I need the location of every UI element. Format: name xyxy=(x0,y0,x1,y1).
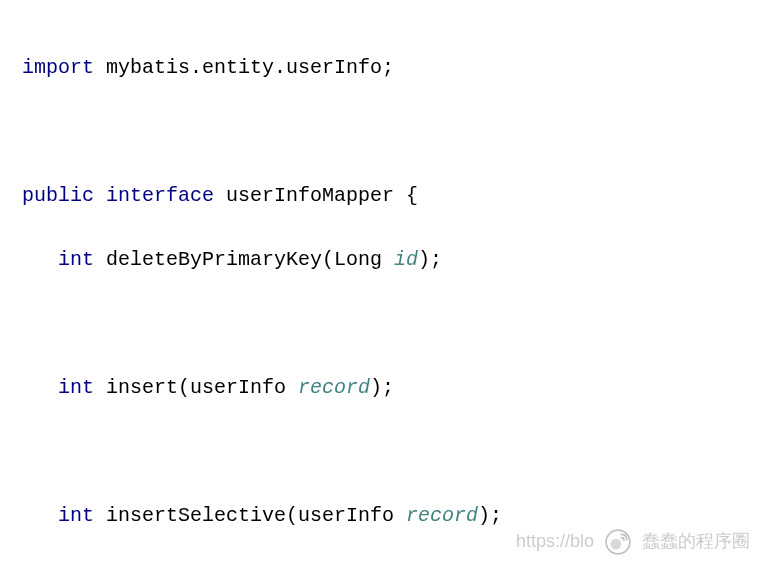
return-type: int xyxy=(58,248,94,271)
code-line xyxy=(22,308,746,340)
text xyxy=(94,184,106,207)
param-type: Long xyxy=(334,248,382,271)
text: ); xyxy=(418,248,442,271)
code-line xyxy=(22,564,746,570)
method-name: deleteByPrimaryKey( xyxy=(94,248,334,271)
keyword-public: public xyxy=(22,184,94,207)
watermark: https://blo 蠢蠢的程序圈 xyxy=(516,527,750,556)
svg-point-1 xyxy=(610,538,621,549)
param-name: record xyxy=(406,504,478,527)
text: { xyxy=(406,184,418,207)
weibo-icon xyxy=(604,528,632,556)
param-type: userInfo xyxy=(190,376,286,399)
method-name: insert( xyxy=(94,376,190,399)
keyword-interface: interface xyxy=(106,184,214,207)
text: ; xyxy=(382,56,394,79)
text xyxy=(394,504,406,527)
import-path: mybatis.entity.userInfo xyxy=(106,56,382,79)
code-line xyxy=(22,436,746,468)
text: ); xyxy=(370,376,394,399)
code-line: import mybatis.entity.userInfo; xyxy=(22,52,746,84)
return-type: int xyxy=(58,504,94,527)
code-line xyxy=(22,116,746,148)
watermark-prefix: https://blo xyxy=(516,527,594,556)
param-name: id xyxy=(394,248,418,271)
code-line: public interface userInfoMapper { xyxy=(22,180,746,212)
interface-name: userInfoMapper xyxy=(214,184,406,207)
text xyxy=(286,376,298,399)
text xyxy=(94,56,106,79)
code-line: int insert(userInfo record); xyxy=(22,372,746,404)
watermark-text: 蠢蠢的程序圈 xyxy=(642,527,750,556)
code-editor: import mybatis.entity.userInfo; public i… xyxy=(0,0,768,570)
keyword-import: import xyxy=(22,56,94,79)
return-type: int xyxy=(58,376,94,399)
method-name: insertSelective( xyxy=(94,504,298,527)
code-line: int deleteByPrimaryKey(Long id); xyxy=(22,244,746,276)
param-type: userInfo xyxy=(298,504,394,527)
param-name: record xyxy=(298,376,370,399)
text: ); xyxy=(478,504,502,527)
text xyxy=(382,248,394,271)
